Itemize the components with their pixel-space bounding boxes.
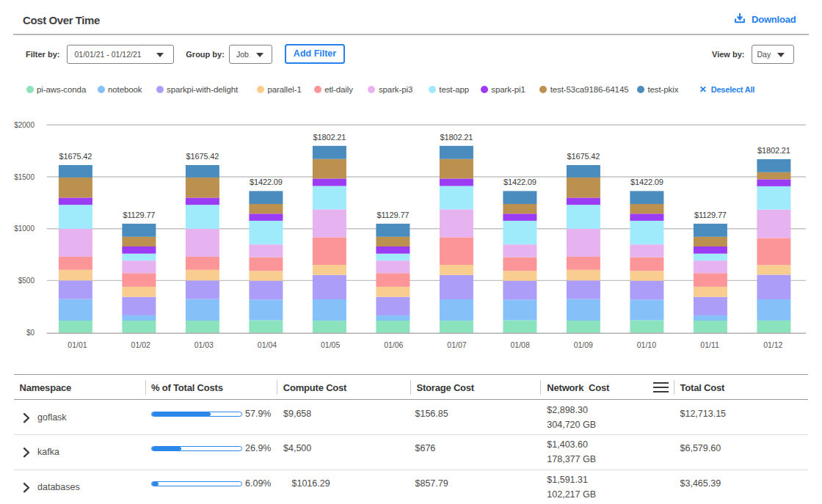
svg-text:$1129.77: $1129.77 [694, 211, 727, 219]
svg-text:$1675.42: $1675.42 [567, 152, 600, 161]
svg-text:$0: $0 [26, 329, 35, 337]
svg-text:$1675.42: $1675.42 [59, 152, 92, 161]
svg-text:$1802.21: $1802.21 [440, 133, 473, 142]
svg-text:$2000: $2000 [14, 121, 34, 129]
svg-text:01/06: 01/06 [384, 340, 403, 349]
svg-text:$1422.09: $1422.09 [630, 178, 663, 186]
svg-text:01/08: 01/08 [510, 340, 529, 349]
svg-text:01/11: 01/11 [700, 340, 719, 349]
svg-text:01/03: 01/03 [194, 340, 214, 349]
svg-text:01/04: 01/04 [258, 340, 277, 349]
svg-text:$1129.77: $1129.77 [377, 211, 409, 219]
svg-text:$1129.77: $1129.77 [123, 211, 155, 219]
svg-text:$500: $500 [18, 277, 35, 285]
svg-text:$1802.21: $1802.21 [757, 146, 790, 155]
svg-text:$1422.09: $1422.09 [250, 178, 283, 186]
svg-text:01/09: 01/09 [574, 340, 593, 349]
svg-text:$1422.09: $1422.09 [503, 178, 537, 186]
svg-text:$1675.42: $1675.42 [186, 152, 219, 161]
svg-text:01/01: 01/01 [68, 340, 87, 349]
svg-text:$1000: $1000 [14, 224, 34, 233]
svg-text:01/07: 01/07 [447, 340, 466, 349]
svg-text:01/02: 01/02 [131, 340, 150, 349]
svg-text:01/10: 01/10 [637, 340, 656, 349]
svg-text:01/05: 01/05 [321, 340, 340, 349]
svg-text:$1500: $1500 [14, 173, 34, 181]
svg-text:$1802.21: $1802.21 [313, 133, 346, 142]
svg-text:01/12: 01/12 [763, 340, 782, 349]
